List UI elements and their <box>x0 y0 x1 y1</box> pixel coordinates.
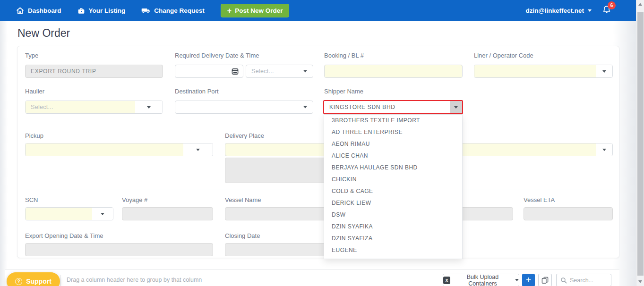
plus-icon: + <box>227 7 232 15</box>
delivery-place-label: Delivery Place <box>225 132 264 139</box>
scroll-up-arrow-icon[interactable] <box>638 3 642 6</box>
pickup-select[interactable] <box>25 143 213 156</box>
chevron-down-icon <box>588 9 592 12</box>
shipper-dropdown-option[interactable]: EUGENE LIM <box>324 256 462 259</box>
navbar-right: dzin@linkeffect.net 6 <box>526 5 636 17</box>
vertical-scrollbar[interactable] <box>636 0 644 286</box>
support-label: Support <box>26 278 52 285</box>
scn-select[interactable] <box>25 207 113 220</box>
chevron-down-icon <box>147 106 151 109</box>
chevron-down-icon <box>303 106 307 109</box>
return-place-select[interactable] <box>454 143 613 156</box>
shipper-caret-button[interactable] <box>450 101 462 113</box>
shipper-dropdown-list: 3BROTHERS TEXTILE IMPORTAD THREE ENTERPR… <box>324 114 463 259</box>
excel-file-icon: x <box>443 277 450 284</box>
haulier-select[interactable]: Select... <box>25 101 163 114</box>
export-opening-label: Export Opening Date & Time <box>25 232 103 239</box>
destination-port-select[interactable] <box>175 101 313 114</box>
scn-input-area[interactable] <box>26 208 92 220</box>
nav-dashboard-label: Dashboard <box>28 7 61 14</box>
voyage-label: Voyage # <box>122 196 147 203</box>
briefcase-icon <box>77 7 85 15</box>
scn-caret-button[interactable] <box>92 208 113 220</box>
group-panel-border <box>60 275 60 286</box>
scroll-down-arrow-icon[interactable] <box>638 280 642 283</box>
shipper-dropdown-option[interactable]: DERICK LIEW <box>324 197 462 209</box>
bulk-upload-containers-button[interactable]: x Bulk Upload Containers <box>443 274 519 286</box>
question-circle-icon: ? <box>15 278 22 285</box>
haulier-input-area[interactable]: Select... <box>26 101 135 113</box>
type-value: EXPORT ROUND TRIP <box>26 68 96 75</box>
calendar-icon <box>232 68 239 75</box>
chevron-down-icon <box>196 149 200 151</box>
voyage-input <box>122 207 213 220</box>
shipper-dropdown-option[interactable]: EUGENE <box>324 244 462 256</box>
pickup-input-area[interactable] <box>26 143 183 156</box>
shipper-dropdown-option[interactable]: BERJAYA HAULAGE SDN BHD <box>324 162 462 174</box>
chevron-down-icon <box>602 70 606 73</box>
required-delivery-label: Required Delivery Date & Time <box>175 52 259 59</box>
nav-change-request[interactable]: Change Request <box>141 7 205 14</box>
search-box <box>556 274 611 286</box>
booking-input[interactable] <box>324 65 463 78</box>
return-place-caret-button[interactable] <box>596 143 612 156</box>
type-input: EXPORT ROUND TRIP <box>25 65 163 78</box>
notification-bell[interactable]: 6 <box>602 5 611 17</box>
add-row-button[interactable]: + <box>522 274 535 286</box>
user-menu[interactable]: dzin@linkeffect.net <box>526 7 592 14</box>
truck-icon <box>141 7 150 14</box>
shipper-dropdown-option[interactable]: ALICE CHAN <box>324 150 462 162</box>
liner-input-area[interactable] <box>474 65 596 77</box>
chevron-down-icon <box>454 106 458 109</box>
shipper-name-select[interactable]: KINGSTORE SDN BHD <box>323 100 463 114</box>
chevron-down-icon <box>515 279 519 281</box>
shipper-dropdown-option[interactable]: DSW <box>324 209 462 221</box>
shipper-dropdown-option[interactable]: DZIN SYAFIZA <box>324 233 462 244</box>
shipper-dropdown-option[interactable]: COLD & CAGE <box>324 185 462 197</box>
group-by-hint: Drag a column header here to group by th… <box>67 277 202 283</box>
nav-your-listing-label: Your Listing <box>89 7 126 14</box>
section-divider <box>25 190 613 190</box>
post-new-order-button[interactable]: + Post New Order <box>221 4 290 17</box>
support-button[interactable]: ? Support <box>7 272 60 286</box>
chevron-down-icon <box>101 213 104 215</box>
nav-dashboard[interactable]: Dashboard <box>16 7 61 15</box>
shipper-dropdown-option[interactable]: CHICKIN <box>324 174 462 185</box>
shipper-dropdown-option[interactable]: DZIN SYAFIKA <box>324 221 462 233</box>
liner-caret-button[interactable] <box>596 65 612 77</box>
search-input[interactable] <box>570 277 608 284</box>
closing-date-label: Closing Date <box>225 232 260 239</box>
type-label: Type <box>25 52 38 59</box>
haulier-caret-button[interactable] <box>135 101 163 113</box>
pickup-caret-button[interactable] <box>183 143 213 156</box>
booking-label: Booking / BL # <box>324 52 364 59</box>
post-new-order-label: Post New Order <box>235 7 283 14</box>
delivery-date-input[interactable] <box>175 65 243 78</box>
return-place-input-area[interactable] <box>454 143 596 156</box>
scrollbar-thumb[interactable] <box>637 12 644 276</box>
search-icon <box>560 277 567 284</box>
user-email: dzin@linkeffect.net <box>526 7 584 14</box>
bulk-upload-label: Bulk Upload Containers <box>454 274 512 286</box>
copy-icon <box>541 277 549 284</box>
liner-label: Liner / Operator Code <box>474 52 533 59</box>
nav-your-listing[interactable]: Your Listing <box>77 7 126 15</box>
shipper-name-label: Shipper Name <box>324 88 363 95</box>
liner-select[interactable] <box>474 65 613 78</box>
haulier-label: Haulier <box>25 88 44 95</box>
delivery-time-placeholder: Select... <box>246 68 274 75</box>
haulier-placeholder: Select... <box>26 104 53 110</box>
pickup-label: Pickup <box>25 132 43 139</box>
delivery-time-select[interactable]: Select... <box>246 65 313 78</box>
shipper-selected-value: KINGSTORE SDN BHD <box>324 104 395 110</box>
page-title: New Order <box>17 27 70 40</box>
shipper-dropdown-option[interactable]: AEON RIMAU <box>324 138 462 150</box>
copy-button[interactable] <box>538 274 552 286</box>
shipper-dropdown-option[interactable]: AD THREE ENTERPRISE <box>324 126 462 138</box>
nav-change-request-label: Change Request <box>154 7 205 14</box>
export-opening-input <box>25 243 213 256</box>
vessel-eta-label: Vessel ETA <box>524 196 555 203</box>
shipper-dropdown-option[interactable]: 3BROTHERS TEXTILE IMPORT <box>324 115 462 126</box>
scn-label: SCN <box>25 196 38 203</box>
chevron-down-icon <box>602 149 606 151</box>
